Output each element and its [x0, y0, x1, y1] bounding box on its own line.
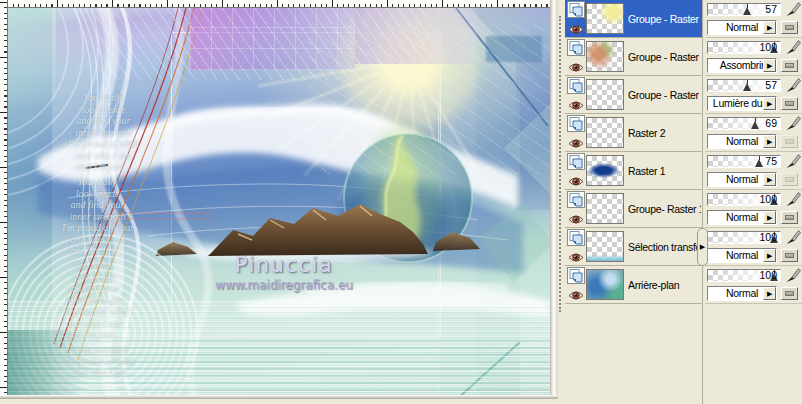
- opacity-slider[interactable]: 100: [707, 231, 781, 244]
- layer-name[interactable]: Raster 1: [628, 152, 701, 190]
- layer-thumbnail[interactable]: [586, 3, 624, 34]
- visibility-eye-icon[interactable]: [568, 97, 584, 108]
- layer-type-icon[interactable]: [567, 153, 585, 170]
- dropdown-arrow-icon[interactable]: ▶: [763, 135, 776, 148]
- link-toggle-button[interactable]: [781, 287, 798, 300]
- layer-type-icon[interactable]: [567, 191, 585, 208]
- opacity-slider[interactable]: 57: [707, 79, 781, 92]
- opacity-value: 100: [759, 231, 777, 243]
- layer-type-icon[interactable]: [567, 1, 585, 18]
- blend-mode-dropdown[interactable]: Normal▶: [707, 248, 777, 263]
- visibility-eye-icon[interactable]: [568, 59, 584, 70]
- layer-row[interactable]: Raster 1: [565, 152, 702, 190]
- palette-splitter-handle[interactable]: ▶: [697, 228, 708, 266]
- layer-name[interactable]: Groupe- Raster 1: [628, 190, 701, 228]
- paintbrush-icon[interactable]: [784, 39, 801, 55]
- horizontal-ruler[interactable]: [0, 0, 551, 8]
- layer-name[interactable]: Raster 2: [628, 114, 701, 152]
- dropdown-arrow-icon[interactable]: ▶: [763, 97, 776, 110]
- dropdown-arrow-icon[interactable]: ▶: [763, 59, 776, 72]
- layer-row[interactable]: Groupe - Raster 3: [565, 76, 702, 114]
- paintbrush-icon[interactable]: [784, 153, 801, 169]
- visibility-eye-icon[interactable]: [568, 287, 584, 298]
- blend-mode-value: Assombrir: [720, 59, 765, 71]
- opacity-slider[interactable]: 100: [707, 193, 781, 206]
- paintbrush-icon[interactable]: [784, 77, 801, 93]
- layer-thumbnail[interactable]: [586, 117, 624, 148]
- layer-thumbnail[interactable]: [586, 231, 624, 262]
- layer-row[interactable]: Groupe - Raster 3: [565, 38, 702, 76]
- opacity-slider-thumb[interactable]: [743, 4, 752, 16]
- blend-mode-dropdown[interactable]: Normal▶: [707, 172, 777, 187]
- visibility-eye-icon[interactable]: [568, 135, 584, 146]
- layer-name[interactable]: Groupe - Raster 3: [628, 0, 701, 38]
- link-toggle-button[interactable]: [781, 59, 798, 72]
- palette-gripper[interactable]: [559, 16, 562, 312]
- art-fiber-lines: [308, 24, 550, 174]
- layer-type-icon[interactable]: [567, 39, 585, 56]
- blend-mode-dropdown[interactable]: Normal▶: [707, 134, 777, 149]
- opacity-slider-thumb[interactable]: [743, 80, 752, 92]
- paintbrush-icon[interactable]: [784, 191, 801, 207]
- visibility-eye-icon[interactable]: [568, 21, 584, 32]
- layer-thumbnail[interactable]: [586, 269, 624, 300]
- paintbrush-icon[interactable]: [784, 267, 801, 283]
- blend-mode-dropdown[interactable]: Lumière dure▶: [707, 96, 777, 111]
- opacity-slider-thumb[interactable]: [751, 118, 760, 130]
- layer-control-block: 100Normal▶: [705, 228, 802, 266]
- layer-row[interactable]: Groupe - Raster 3: [565, 0, 702, 38]
- layer-type-icon[interactable]: [567, 229, 585, 246]
- blend-mode-dropdown[interactable]: Normal▶: [707, 210, 777, 225]
- opacity-slider[interactable]: 69: [707, 117, 781, 130]
- dropdown-arrow-icon[interactable]: ▶: [763, 287, 776, 300]
- layer-type-icon[interactable]: [567, 115, 585, 132]
- opacity-value: 69: [765, 117, 777, 129]
- blend-mode-dropdown[interactable]: Assombrir▶: [707, 58, 777, 73]
- link-toggle-button[interactable]: [781, 21, 798, 34]
- blend-mode-dropdown[interactable]: Normal▶: [707, 20, 777, 35]
- opacity-slider[interactable]: 100: [707, 41, 781, 54]
- layer-row[interactable]: Arrière-plan: [565, 266, 702, 304]
- dropdown-arrow-icon[interactable]: ▶: [763, 249, 776, 262]
- opacity-value: 75: [765, 155, 777, 167]
- visibility-eye-icon[interactable]: [568, 173, 584, 184]
- dropdown-arrow-icon[interactable]: ▶: [763, 211, 776, 224]
- link-toggle-button[interactable]: [781, 249, 798, 262]
- layer-thumbnail[interactable]: [586, 193, 624, 224]
- layer-thumbnail[interactable]: [586, 155, 624, 186]
- paintbrush-icon[interactable]: [784, 1, 801, 17]
- blend-mode-dropdown[interactable]: Normal▶: [707, 286, 777, 301]
- layer-row[interactable]: Raster 2: [565, 114, 702, 152]
- visibility-eye-icon[interactable]: [568, 211, 584, 222]
- layer-thumbnail[interactable]: [586, 79, 624, 110]
- layer-thumbnail[interactable]: [586, 41, 624, 72]
- link-toggle-button[interactable]: [781, 97, 798, 110]
- layer-control-block: 75Normal▶: [705, 152, 802, 190]
- palette-splitter[interactable]: [702, 0, 704, 404]
- layer-name[interactable]: Sélection transform: [628, 228, 701, 266]
- opacity-slider[interactable]: 75: [707, 155, 781, 168]
- layer-type-icon[interactable]: [567, 77, 585, 94]
- paintbrush-icon[interactable]: [784, 229, 801, 245]
- opacity-slider-thumb[interactable]: [755, 156, 764, 168]
- opacity-slider[interactable]: 57: [707, 3, 781, 16]
- canvas[interactable]: You reallylook inside and find yourinner…: [8, 8, 550, 395]
- paintbrush-icon[interactable]: [784, 115, 801, 131]
- layer-row[interactable]: Groupe- Raster 1: [565, 190, 702, 228]
- layer-name[interactable]: Arrière-plan: [628, 266, 701, 304]
- vertical-ruler[interactable]: [0, 0, 8, 399]
- link-toggle-button[interactable]: [781, 211, 798, 224]
- visibility-eye-icon[interactable]: [568, 249, 584, 260]
- opacity-value: 100: [759, 41, 777, 53]
- thumbnail-preview: [587, 232, 623, 261]
- layer-name[interactable]: Groupe - Raster 3: [628, 76, 701, 114]
- dropdown-arrow-icon[interactable]: ▶: [763, 173, 776, 186]
- link-toggle-button[interactable]: [781, 135, 798, 148]
- link-toggle-button[interactable]: [781, 173, 798, 186]
- dropdown-arrow-icon[interactable]: ▶: [763, 21, 776, 34]
- opacity-slider[interactable]: 100: [707, 269, 781, 282]
- layer-name[interactable]: Groupe - Raster 3: [628, 38, 701, 76]
- layer-row[interactable]: Sélection transform: [565, 228, 702, 266]
- right-arrow-icon: ▶: [700, 243, 705, 251]
- layer-type-icon[interactable]: [567, 267, 585, 284]
